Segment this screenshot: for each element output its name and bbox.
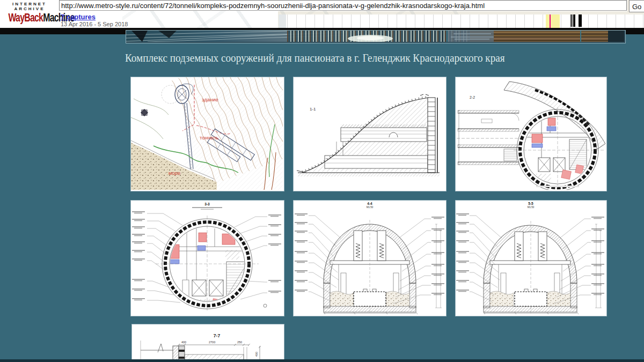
dim-2700: 2700 <box>209 341 215 344</box>
wayback-machine-wordmark: WayBackMachine <box>8 12 50 23</box>
label-plan-2-2: 2-2 <box>470 95 475 99</box>
label-section-3-3: 3-3 <box>204 202 210 206</box>
label-tunnel: тоннель <box>200 135 219 141</box>
label-building: здание <box>202 97 218 102</box>
thumbnail-section-7-7[interactable]: 7-7 400 2700 250 400 <box>131 324 284 362</box>
timeline-current-marker <box>550 14 551 28</box>
label-scale-4-4: М1:50 <box>367 206 374 209</box>
label-section-5-5: 5-5 <box>528 202 533 205</box>
thumbnail-plan-2-2[interactable]: 2-2 <box>455 77 607 191</box>
captures-link[interactable]: 7 captures <box>61 13 96 21</box>
internet-archive-label: INTERNET ARCHIVE <box>0 2 59 11</box>
label-section-1-1: 1-1 <box>310 107 316 112</box>
timeline-capture-bar[interactable] <box>573 14 575 27</box>
banner-graphic <box>126 31 624 42</box>
timeline-first-cell <box>279 14 286 28</box>
wayback-logo[interactable]: INTERNET ARCHIVE WayBackMachine <box>0 0 59 28</box>
label-sea: море <box>169 170 180 176</box>
thumbnail-section-1-1[interactable]: 1-1 <box>293 77 447 191</box>
wayback-toolbar: INTERNET ARCHIVE WayBackMachine Go 7 cap… <box>0 0 644 28</box>
label-section-4-4: 4-4 <box>367 202 372 205</box>
dim-400: 400 <box>181 341 186 344</box>
timeline-capture-bar[interactable] <box>570 14 573 27</box>
capture-timeline[interactable] <box>279 14 644 28</box>
page-title: Комплекс подземных сооружений для пансио… <box>125 52 547 64</box>
label-section-7-7: 7-7 <box>214 333 221 338</box>
timeline-capture-bar[interactable] <box>579 14 582 27</box>
thumbnail-site-plan[interactable]: здание тоннель море <box>130 77 284 191</box>
thumbnail-section-5-5[interactable]: 5-5 М1:50 <box>455 200 607 316</box>
archived-url-input[interactable] <box>59 0 627 11</box>
label-scale-5-5: М1:50 <box>528 206 535 209</box>
thumbnail-section-3-3[interactable]: 3-3 <box>130 200 284 316</box>
dim-250: 250 <box>237 341 242 344</box>
capture-date-range: 13 Apr 2016 - 5 Sep 2018 <box>61 21 128 27</box>
thumbnail-section-4-4[interactable]: 4-4 М1:50 <box>293 200 447 316</box>
page-bottom-strip <box>0 359 644 362</box>
site-header-banner-image <box>126 30 626 43</box>
dim-400-vertical: 400 <box>255 352 258 357</box>
wayback-archived-page: INTERNET ARCHIVE WayBackMachine Go 7 cap… <box>0 0 644 362</box>
go-button[interactable]: Go <box>629 0 644 12</box>
timeline-highlight <box>546 14 560 28</box>
compass-icon <box>141 109 148 116</box>
